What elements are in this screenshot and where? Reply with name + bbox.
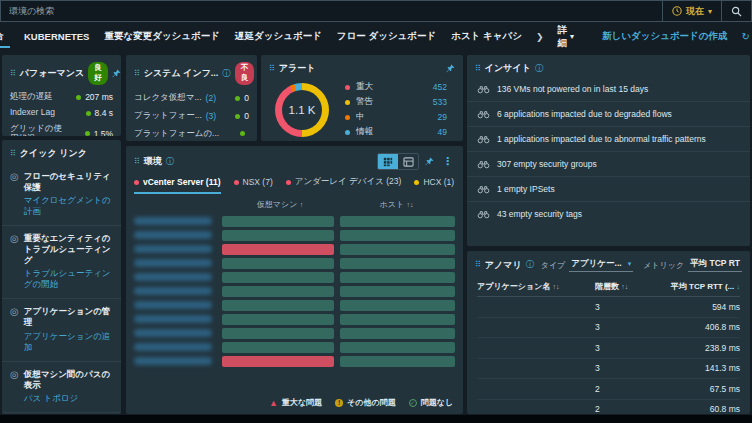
column-header-tiers[interactable]: 階層数 ↑↓ [595, 281, 667, 292]
blurred-entity-name[interactable] [134, 245, 212, 253]
metric-row: プラットフォー... (3) 0 [126, 107, 257, 125]
environment-tab[interactable]: vCenter Server (11) [134, 176, 221, 194]
card-view-toggle[interactable] [398, 154, 418, 169]
quick-link[interactable]: マイクロセグメントの計画 [24, 195, 113, 217]
nav-more-menu[interactable]: 詳細 ▾ [558, 24, 575, 50]
blurred-entity-name[interactable] [134, 357, 212, 365]
pin-icon[interactable] [112, 69, 121, 78]
host-status-bar[interactable] [340, 314, 455, 325]
status-dot-icon [240, 131, 245, 136]
severity-dot-icon [345, 115, 350, 120]
metric-filter-select[interactable]: 平均 TCP RT [688, 258, 742, 272]
vm-status-bar[interactable] [222, 328, 334, 339]
column-header-app-name[interactable]: アプリケーション名 ↑↓ [477, 281, 595, 292]
blurred-entity-name[interactable] [134, 287, 212, 295]
info-icon[interactable]: ⓘ [526, 259, 535, 271]
column-header-metric[interactable]: 平均 TCP RTT (... ↓ [667, 281, 740, 292]
host-status-bar[interactable] [340, 272, 455, 283]
blurred-entity-name[interactable] [134, 301, 212, 309]
drag-handle-icon[interactable]: ⠿ [475, 261, 481, 269]
host-status-bar[interactable] [340, 244, 455, 255]
insight-item[interactable]: 307 empty security groups [467, 152, 750, 177]
drag-handle-icon[interactable]: ⠿ [269, 65, 275, 73]
info-icon[interactable]: ⓘ [166, 156, 175, 168]
blurred-entity-name[interactable] [134, 315, 212, 323]
blurred-entity-name[interactable] [134, 259, 212, 267]
nav-tab[interactable]: ホスト キャパシ [451, 30, 522, 43]
vm-status-bar[interactable] [222, 258, 334, 269]
blurred-entity-name[interactable] [134, 231, 212, 239]
blurred-entity-name[interactable] [134, 343, 212, 351]
blurred-entity-name[interactable] [134, 329, 212, 337]
nav-tab[interactable]: KUBERNETES [24, 31, 89, 42]
vm-status-bar[interactable] [222, 244, 334, 255]
environment-tab[interactable]: HCX (1) [414, 176, 454, 194]
environment-tab[interactable]: アンダーレイ デバイス (23) [286, 176, 402, 194]
environment-tab[interactable]: NSX (7) [234, 176, 273, 194]
legend-row[interactable]: 警告 533 [345, 96, 447, 108]
drag-handle-icon[interactable]: ⠿ [10, 150, 16, 158]
alerts-donut-chart[interactable]: 1.1 K [275, 83, 329, 137]
legend-row[interactable]: 中 29 [345, 111, 447, 123]
vm-status-bar[interactable] [222, 314, 334, 325]
blurred-entity-name[interactable] [134, 217, 212, 225]
top-search-bar: 現在 ▾ [0, 0, 752, 22]
create-dashboard-link[interactable]: 新しいダッシュボードの作成 [602, 30, 728, 43]
insight-item[interactable]: 1 empty IPSets [467, 177, 750, 202]
host-status-bar[interactable] [340, 216, 455, 227]
host-status-bar[interactable] [340, 328, 455, 339]
chevron-down-icon: ▾ [570, 32, 574, 41]
quick-link-item: ◎ 重要なエンティティのトラブルシューティング トラブルシューティングの開始 [2, 226, 121, 299]
bullseye-icon: ◎ [10, 369, 19, 404]
insight-item[interactable]: 136 VMs not powered on in last 15 days [467, 77, 750, 102]
quick-link[interactable]: トラブルシューティングの開始 [24, 268, 113, 290]
blurred-entity-name[interactable] [134, 273, 212, 281]
insight-item[interactable]: 6 applications impacted due to degraded … [467, 102, 750, 127]
drag-handle-icon[interactable]: ⠿ [134, 158, 140, 166]
search-input[interactable] [1, 1, 662, 21]
count-link[interactable]: (3) [206, 111, 216, 121]
host-status-bar[interactable] [340, 356, 455, 367]
vm-status-bar[interactable] [222, 356, 334, 367]
legend-row[interactable]: 重大 452 [345, 81, 447, 93]
type-filter-select[interactable]: アプリケー... ▾ [569, 258, 633, 272]
insight-item[interactable]: 1 applications impacted due to abnormal … [467, 127, 750, 152]
drag-handle-icon[interactable]: ⠿ [475, 65, 481, 73]
environment-row [134, 228, 455, 242]
nav-scroll-chevron-icon[interactable]: ❯ [536, 32, 544, 42]
quick-link-item: ◎ フローのセキュリティ保護 マイクロセグメントの計画 [2, 164, 121, 226]
host-status-bar[interactable] [340, 258, 455, 269]
info-icon[interactable]: ⓘ [222, 68, 231, 80]
host-status-bar[interactable] [340, 300, 455, 311]
column-header-host[interactable]: ホスト ↑↓ [338, 199, 455, 210]
vm-status-bar[interactable] [222, 342, 334, 353]
vm-status-bar[interactable] [222, 230, 334, 241]
drag-handle-icon[interactable]: ⠿ [10, 70, 16, 78]
vm-status-bar[interactable] [222, 300, 334, 311]
pin-icon[interactable] [446, 64, 455, 73]
quick-link[interactable]: パス トポロジ [24, 393, 113, 404]
nav-tab[interactable]: 重要な変更ダッシュボード [104, 30, 220, 43]
status-dot-icon [76, 95, 81, 100]
quick-link[interactable]: アプリケーションの追加 [24, 331, 113, 353]
time-range-button[interactable]: 現在 ▾ [662, 1, 721, 21]
grid-view-toggle[interactable] [378, 154, 398, 169]
kebab-menu-icon[interactable]: ⋮ [440, 155, 455, 168]
legend-row[interactable]: 情報 49 [345, 126, 447, 138]
count-link[interactable]: (2) [206, 93, 216, 103]
host-status-bar[interactable] [340, 342, 455, 353]
host-status-bar[interactable] [340, 230, 455, 241]
host-status-bar[interactable] [340, 286, 455, 297]
nav-tab-partial[interactable]: 合 [0, 22, 10, 51]
vm-status-bar[interactable] [222, 286, 334, 297]
vm-status-bar[interactable] [222, 216, 334, 227]
pin-icon[interactable] [425, 157, 434, 166]
drag-handle-icon[interactable]: ⠿ [134, 70, 140, 78]
nav-tab[interactable]: フロー ダッシュボード [337, 30, 436, 43]
nav-tab[interactable]: 遅延ダッシュボード [235, 30, 322, 43]
alerts-legend: 重大 452 警告 533 中 29 [345, 81, 453, 138]
vm-status-bar[interactable] [222, 272, 334, 283]
insight-item[interactable]: 43 empty security tags [467, 202, 750, 226]
column-header-vm[interactable]: 仮想マシン ↑ [222, 199, 338, 210]
info-icon[interactable]: ⓘ [535, 63, 544, 75]
